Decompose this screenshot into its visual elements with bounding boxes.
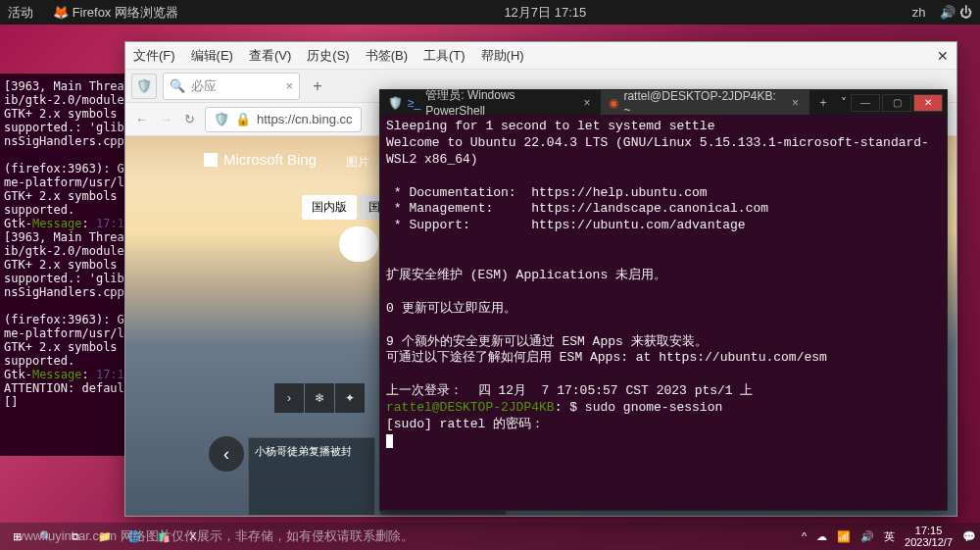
menu-edit[interactable]: 编辑(E) — [191, 47, 233, 65]
cursor — [386, 434, 393, 448]
tray-chevron-icon[interactable]: ^ — [802, 530, 807, 542]
shield-icon: 🛡️ — [214, 112, 229, 126]
bing-search-box[interactable] — [339, 226, 378, 262]
terminal-output[interactable]: Sleeping for 1 second to let systemd set… — [380, 115, 947, 510]
minimize-icon[interactable]: — — [851, 94, 880, 112]
bing-nav-images[interactable]: 图片 — [346, 154, 369, 171]
menu-view[interactable]: 查看(V) — [249, 47, 291, 65]
snowflake-icon[interactable]: ❄ — [305, 383, 334, 413]
close-tab-icon[interactable]: × — [285, 78, 293, 93]
input-lang[interactable]: zh — [912, 5, 926, 20]
nav-back-icon[interactable]: ← — [135, 112, 148, 126]
nav-forward-icon: → — [160, 112, 172, 126]
maximize-icon[interactable]: ▢ — [882, 94, 911, 112]
activities[interactable]: 活动 — [8, 4, 33, 22]
windows-terminal-window: 🛡️ ≥_ 管理员: Windows PowerShell × ◉ rattel… — [379, 89, 948, 511]
menu-file[interactable]: 文件(F) — [133, 47, 175, 65]
taskbar-clock[interactable]: 17:152023/12/7 — [905, 525, 953, 548]
terminal-tab-ubuntu[interactable]: ◉ rattel@DESKTOP-2JDP4KB: ~ × — [601, 90, 809, 115]
notifications-icon[interactable]: 💬 — [962, 530, 976, 543]
onedrive-icon[interactable]: ☁︎ — [816, 530, 827, 543]
volume-icon[interactable]: 🔊 — [860, 530, 874, 543]
window-close-icon[interactable]: ✕ — [913, 94, 943, 112]
carousel-prev-icon[interactable]: ‹ — [209, 436, 244, 472]
sparkle-icon[interactable]: ✦ — [335, 383, 365, 413]
watermark-text: www.iuyinbar.com 网络图片仅作展示，非存储，如有侵权请联系删除。 — [15, 527, 414, 545]
menu-history[interactable]: 历史(S) — [307, 47, 349, 65]
new-tab-button[interactable]: + — [306, 77, 329, 95]
clock[interactable]: 12月7日 17:15 — [504, 4, 586, 22]
search-icon: 🔍 — [170, 78, 185, 93]
wifi-icon[interactable]: 📶 — [837, 530, 851, 543]
windows-taskbar: ⊞ 🔍 ⧉ 📁 🌐 🛍️ X www.iuyinbar.com 网络图片仅作展示… — [0, 523, 980, 550]
firefox-menubar: 文件(F) 编辑(E) 查看(V) 历史(S) 书签(B) 工具(T) 帮助(H… — [125, 42, 956, 70]
nav-reload-icon[interactable]: ↻ — [184, 112, 195, 126]
terminal-title-bar: 🛡️ ≥_ 管理员: Windows PowerShell × ◉ rattel… — [380, 90, 947, 115]
ime-icon[interactable]: 英 — [884, 529, 895, 544]
firefox-app-icon[interactable]: 🛡️ — [131, 74, 157, 99]
expand-icon[interactable]: › — [274, 383, 304, 413]
browser-tab[interactable]: 🔍 必应 × — [163, 73, 300, 100]
bing-tab-domestic[interactable]: 国内版 — [302, 195, 357, 220]
system-menu-icon[interactable]: 🔊 ⏻ — [940, 5, 972, 20]
new-tab-button[interactable]: ＋ — [809, 94, 837, 111]
menu-bookmarks[interactable]: 书签(B) — [366, 47, 408, 65]
menu-tools[interactable]: 工具(T) — [423, 47, 466, 65]
terminal-tab-powershell[interactable]: 🛡️ ≥_ 管理员: Windows PowerShell × — [380, 90, 601, 115]
app-menu[interactable]: 🦊 Firefox 网络浏览器 — [53, 4, 178, 22]
ubuntu-icon: ◉ — [609, 96, 618, 110]
url-bar[interactable]: 🛡️ 🔒 https://cn.bing.cc — [205, 107, 362, 132]
lock-icon: 🔒 — [235, 112, 251, 126]
powershell-icon: ≥_ — [408, 96, 420, 110]
close-tab-icon[interactable]: × — [792, 96, 799, 110]
news-tile[interactable]: 小杨哥徒弟复播被封 — [248, 437, 375, 516]
bing-logo[interactable]: Microsoft Bing — [204, 151, 317, 168]
window-close-icon[interactable]: ✕ — [937, 48, 949, 64]
shield-icon: 🛡️ — [388, 96, 403, 110]
gnome-top-bar: 活动 🦊 Firefox 网络浏览器 12月7日 17:15 zh 🔊 ⏻ — [0, 0, 980, 25]
tab-dropdown-icon[interactable]: ˅ — [837, 96, 851, 110]
close-tab-icon[interactable]: × — [583, 96, 590, 110]
menu-help[interactable]: 帮助(H) — [481, 47, 524, 65]
